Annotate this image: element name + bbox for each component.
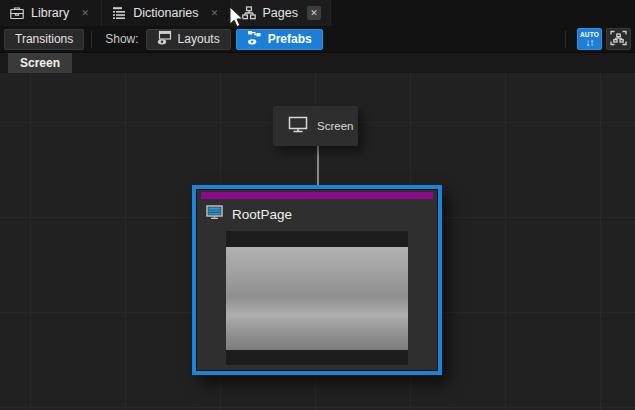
page-preview-thumbnail xyxy=(226,231,408,365)
root-page-node-body: RootPage xyxy=(197,190,437,370)
toolbar-separator xyxy=(91,31,92,48)
layouts-visibility-icon xyxy=(157,30,172,48)
prefabs-visibility-icon xyxy=(247,30,262,48)
page-monitor-icon xyxy=(206,205,223,224)
breadcrumb-screen[interactable]: Screen xyxy=(8,53,72,73)
graph-breadcrumb-bar: Screen xyxy=(0,53,635,73)
fit-to-view-icon xyxy=(610,30,627,49)
root-page-node[interactable]: RootPage xyxy=(192,185,442,375)
preview-bottom-strip xyxy=(226,350,408,365)
auto-arrange-arrows-icon: ↓↑ xyxy=(586,38,594,48)
dictionaries-icon xyxy=(112,6,126,20)
pages-toolbar: Transitions Show: Layouts Prefabs xyxy=(0,26,635,53)
root-page-node-label: RootPage xyxy=(232,207,292,222)
preview-content-area xyxy=(226,247,408,350)
prefabs-button-label: Prefabs xyxy=(268,32,312,46)
monitor-icon xyxy=(288,116,308,137)
tab-label: Pages xyxy=(263,6,298,20)
close-icon[interactable]: ✕ xyxy=(78,6,92,20)
close-icon[interactable]: ✕ xyxy=(307,6,321,20)
root-page-node-header: RootPage xyxy=(197,199,437,227)
close-icon[interactable]: ✕ xyxy=(208,6,222,20)
node-connector-line xyxy=(317,145,319,186)
screen-node[interactable]: Screen xyxy=(273,106,358,146)
preview-top-strip xyxy=(226,231,408,247)
transitions-button[interactable]: Transitions xyxy=(4,29,84,50)
fit-graph-to-view-button[interactable] xyxy=(606,28,631,50)
tab-label: Dictionaries xyxy=(133,6,198,20)
tab-pages[interactable]: Pages ✕ xyxy=(232,0,331,26)
tab-label: Library xyxy=(31,6,69,20)
tab-dictionaries[interactable]: Dictionaries ✕ xyxy=(102,0,231,26)
page-graph-canvas[interactable]: Screen RootPage xyxy=(0,73,635,410)
auto-arrange-button[interactable]: AUTO ↓↑ xyxy=(577,28,602,50)
library-icon xyxy=(10,6,24,20)
pages-editor-window: { "tabbar": { "tabs": [ {"label": "Libra… xyxy=(0,0,635,410)
document-tab-bar: Library ✕ Dictionaries ✕ Pages ✕ xyxy=(0,0,635,26)
layouts-toggle-button[interactable]: Layouts xyxy=(146,29,231,50)
prefabs-toggle-button[interactable]: Prefabs xyxy=(236,29,323,50)
screen-node-label: Screen xyxy=(317,120,353,132)
show-label: Show: xyxy=(105,32,138,46)
layouts-button-label: Layouts xyxy=(178,32,220,46)
tab-library[interactable]: Library ✕ xyxy=(0,0,102,26)
toolbar-separator xyxy=(565,31,566,48)
page-accent-bar xyxy=(201,192,433,199)
pages-icon xyxy=(242,6,256,20)
